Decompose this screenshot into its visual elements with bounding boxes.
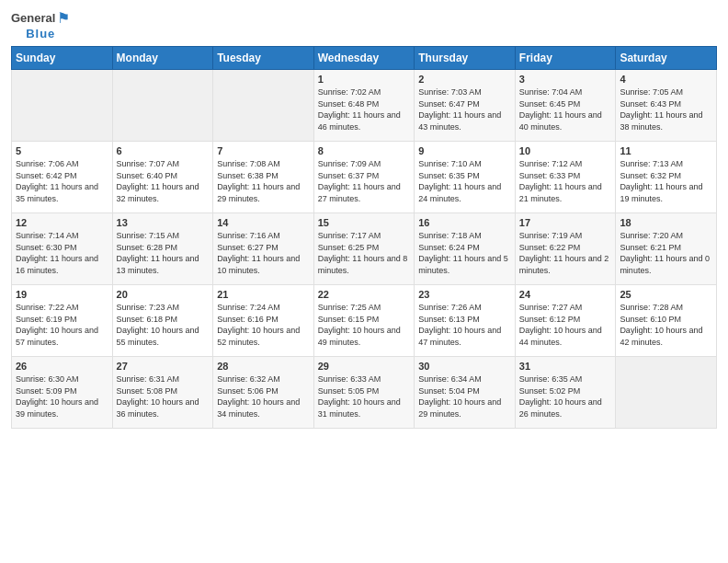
- calendar-cell: 27 Sunrise: 6:31 AMSunset: 5:08 PMDaylig…: [112, 357, 213, 429]
- calendar-cell: 9 Sunrise: 7:10 AMSunset: 6:35 PMDayligh…: [415, 142, 516, 213]
- day-number: 26: [16, 361, 108, 372]
- weekday-header-thursday: Thursday: [415, 47, 516, 70]
- cell-details: Sunrise: 7:28 AMSunset: 6:10 PMDaylight:…: [620, 302, 712, 348]
- calendar-cell: 2 Sunrise: 7:03 AMSunset: 6:47 PMDayligh…: [415, 70, 516, 142]
- cell-details: Sunrise: 7:16 AMSunset: 6:27 PMDaylight:…: [217, 230, 310, 276]
- cell-details: Sunrise: 7:25 AMSunset: 6:15 PMDaylight:…: [318, 302, 411, 348]
- weekday-header-sunday: Sunday: [12, 47, 113, 70]
- day-number: 9: [418, 145, 511, 156]
- day-number: 27: [117, 361, 210, 372]
- calendar-cell: 10 Sunrise: 7:12 AMSunset: 6:33 PMDaylig…: [515, 142, 616, 213]
- day-number: 14: [217, 217, 310, 228]
- calendar-cell: 1 Sunrise: 7:02 AMSunset: 6:48 PMDayligh…: [313, 70, 415, 142]
- cell-details: Sunrise: 7:23 AMSunset: 6:18 PMDaylight:…: [117, 302, 210, 348]
- day-number: 16: [418, 217, 511, 228]
- weekday-header-friday: Friday: [515, 47, 616, 70]
- calendar-cell: 19 Sunrise: 7:22 AMSunset: 6:19 PMDaylig…: [12, 285, 113, 357]
- day-number: 22: [318, 289, 411, 300]
- cell-details: Sunrise: 7:18 AMSunset: 6:24 PMDaylight:…: [418, 230, 511, 276]
- calendar-cell: 8 Sunrise: 7:09 AMSunset: 6:37 PMDayligh…: [313, 142, 415, 213]
- weekday-header-monday: Monday: [112, 47, 213, 70]
- day-number: 21: [217, 289, 310, 300]
- day-number: 13: [117, 217, 210, 228]
- calendar-cell: [213, 70, 314, 142]
- cell-details: Sunrise: 7:27 AMSunset: 6:12 PMDaylight:…: [519, 302, 612, 348]
- day-number: 23: [418, 289, 511, 300]
- logo: General ⚑ Blue: [11, 9, 70, 40]
- calendar-cell: 17 Sunrise: 7:19 AMSunset: 6:22 PMDaylig…: [515, 213, 616, 285]
- calendar-cell: 15 Sunrise: 7:17 AMSunset: 6:25 PMDaylig…: [313, 213, 415, 285]
- cell-details: Sunrise: 7:22 AMSunset: 6:19 PMDaylight:…: [16, 302, 108, 348]
- cell-details: Sunrise: 7:20 AMSunset: 6:21 PMDaylight:…: [620, 230, 712, 276]
- weekday-header-wednesday: Wednesday: [313, 47, 415, 70]
- calendar-cell: 12 Sunrise: 7:14 AMSunset: 6:30 PMDaylig…: [12, 213, 113, 285]
- calendar-cell: [112, 70, 213, 142]
- cell-details: Sunrise: 6:31 AMSunset: 5:08 PMDaylight:…: [117, 373, 210, 419]
- day-number: 17: [519, 217, 612, 228]
- cell-details: Sunrise: 7:08 AMSunset: 6:38 PMDaylight:…: [217, 158, 310, 204]
- day-number: 8: [318, 145, 411, 156]
- day-number: 4: [620, 74, 712, 85]
- weekday-header-row: SundayMondayTuesdayWednesdayThursdayFrid…: [12, 47, 717, 70]
- day-number: 5: [16, 145, 108, 156]
- day-number: 15: [318, 217, 411, 228]
- page-container: General ⚑ Blue SundayMondayTuesdayWednes…: [0, 0, 728, 436]
- day-number: 28: [217, 361, 310, 372]
- day-number: 18: [620, 217, 712, 228]
- calendar-cell: 30 Sunrise: 6:34 AMSunset: 5:04 PMDaylig…: [415, 357, 516, 429]
- weekday-header-saturday: Saturday: [616, 47, 717, 70]
- cell-details: Sunrise: 6:33 AMSunset: 5:05 PMDaylight:…: [318, 373, 411, 419]
- day-number: 2: [418, 74, 511, 85]
- calendar-cell: 29 Sunrise: 6:33 AMSunset: 5:05 PMDaylig…: [313, 357, 415, 429]
- calendar-cell: 4 Sunrise: 7:05 AMSunset: 6:43 PMDayligh…: [616, 70, 717, 142]
- cell-details: Sunrise: 6:30 AMSunset: 5:09 PMDaylight:…: [16, 373, 108, 419]
- cell-details: Sunrise: 7:26 AMSunset: 6:13 PMDaylight:…: [418, 302, 511, 348]
- cell-details: Sunrise: 7:12 AMSunset: 6:33 PMDaylight:…: [519, 158, 612, 204]
- calendar-cell: 28 Sunrise: 6:32 AMSunset: 5:06 PMDaylig…: [213, 357, 314, 429]
- day-number: 24: [519, 289, 612, 300]
- day-number: 12: [16, 217, 108, 228]
- cell-details: Sunrise: 6:35 AMSunset: 5:02 PMDaylight:…: [519, 373, 612, 419]
- calendar-cell: [12, 70, 113, 142]
- day-number: 25: [620, 289, 712, 300]
- cell-details: Sunrise: 6:34 AMSunset: 5:04 PMDaylight:…: [418, 373, 511, 419]
- day-number: 1: [318, 74, 411, 85]
- calendar-week-row: 12 Sunrise: 7:14 AMSunset: 6:30 PMDaylig…: [12, 213, 717, 285]
- calendar-table: SundayMondayTuesdayWednesdayThursdayFrid…: [11, 46, 717, 429]
- calendar-cell: 31 Sunrise: 6:35 AMSunset: 5:02 PMDaylig…: [515, 357, 616, 429]
- cell-details: Sunrise: 7:05 AMSunset: 6:43 PMDaylight:…: [620, 86, 712, 132]
- calendar-cell: 6 Sunrise: 7:07 AMSunset: 6:40 PMDayligh…: [112, 142, 213, 213]
- day-number: 3: [519, 74, 612, 85]
- cell-details: Sunrise: 7:19 AMSunset: 6:22 PMDaylight:…: [519, 230, 612, 276]
- calendar-cell: 3 Sunrise: 7:04 AMSunset: 6:45 PMDayligh…: [515, 70, 616, 142]
- cell-details: Sunrise: 7:17 AMSunset: 6:25 PMDaylight:…: [318, 230, 411, 276]
- calendar-cell: 7 Sunrise: 7:08 AMSunset: 6:38 PMDayligh…: [213, 142, 314, 213]
- calendar-cell: 18 Sunrise: 7:20 AMSunset: 6:21 PMDaylig…: [616, 213, 717, 285]
- cell-details: Sunrise: 6:32 AMSunset: 5:06 PMDaylight:…: [217, 373, 310, 419]
- calendar-cell: 23 Sunrise: 7:26 AMSunset: 6:13 PMDaylig…: [415, 285, 516, 357]
- calendar-cell: 13 Sunrise: 7:15 AMSunset: 6:28 PMDaylig…: [112, 213, 213, 285]
- calendar-cell: 11 Sunrise: 7:13 AMSunset: 6:32 PMDaylig…: [616, 142, 717, 213]
- header: General ⚑ Blue: [11, 9, 717, 40]
- day-number: 6: [117, 145, 210, 156]
- cell-details: Sunrise: 7:13 AMSunset: 6:32 PMDaylight:…: [620, 158, 712, 204]
- logo-blue: Blue: [26, 27, 55, 40]
- cell-details: Sunrise: 7:04 AMSunset: 6:45 PMDaylight:…: [519, 86, 612, 132]
- calendar-cell: 16 Sunrise: 7:18 AMSunset: 6:24 PMDaylig…: [415, 213, 516, 285]
- cell-details: Sunrise: 7:14 AMSunset: 6:30 PMDaylight:…: [16, 230, 108, 276]
- day-number: 30: [418, 361, 511, 372]
- cell-details: Sunrise: 7:06 AMSunset: 6:42 PMDaylight:…: [16, 158, 108, 204]
- cell-details: Sunrise: 7:02 AMSunset: 6:48 PMDaylight:…: [318, 86, 411, 132]
- cell-details: Sunrise: 7:09 AMSunset: 6:37 PMDaylight:…: [318, 158, 411, 204]
- calendar-week-row: 5 Sunrise: 7:06 AMSunset: 6:42 PMDayligh…: [12, 142, 717, 213]
- day-number: 11: [620, 145, 712, 156]
- calendar-cell: 20 Sunrise: 7:23 AMSunset: 6:18 PMDaylig…: [112, 285, 213, 357]
- calendar-cell: 26 Sunrise: 6:30 AMSunset: 5:09 PMDaylig…: [12, 357, 113, 429]
- day-number: 7: [217, 145, 310, 156]
- calendar-cell: 22 Sunrise: 7:25 AMSunset: 6:15 PMDaylig…: [313, 285, 415, 357]
- calendar-cell: 5 Sunrise: 7:06 AMSunset: 6:42 PMDayligh…: [12, 142, 113, 213]
- calendar-cell: 24 Sunrise: 7:27 AMSunset: 6:12 PMDaylig…: [515, 285, 616, 357]
- cell-details: Sunrise: 7:15 AMSunset: 6:28 PMDaylight:…: [117, 230, 210, 276]
- cell-details: Sunrise: 7:07 AMSunset: 6:40 PMDaylight:…: [117, 158, 210, 204]
- day-number: 10: [519, 145, 612, 156]
